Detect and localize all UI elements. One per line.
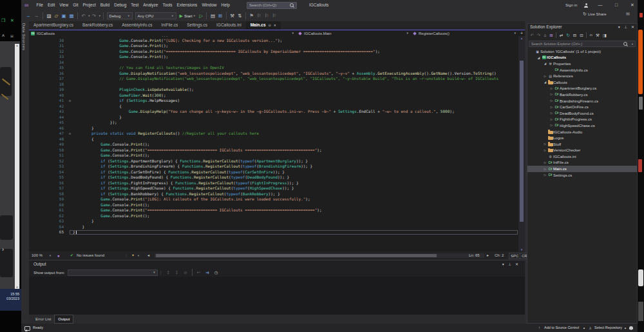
- member-dropdown[interactable]: RegisterCallouts() ▼ +: [411, 30, 525, 36]
- sign-in-button[interactable]: Sign in: [565, 0, 577, 10]
- previous-bookmark-icon[interactable]: ⚐: [256, 10, 263, 21]
- code-line[interactable]: 64 }: [29, 224, 518, 230]
- expander-icon[interactable]: ▷: [549, 87, 554, 90]
- editor-vertical-scrollbar[interactable]: ▴ ▾: [518, 36, 525, 251]
- new-project-icon[interactable]: ▨: [45, 10, 53, 21]
- code-line[interactable]: 37 // Game.DisplayNotification("web_loss…: [29, 76, 518, 82]
- tree-item-carsetonfire-cs[interactable]: ▷C#CarSetOnFire.cs: [527, 104, 637, 110]
- output-source-select[interactable]: ▼: [68, 269, 158, 276]
- line-indicator[interactable]: Ln: 65: [469, 251, 480, 260]
- type-dropdown[interactable]: IGCallouts.Main ▼: [296, 30, 411, 36]
- tree-item-logos[interactable]: Logos: [527, 135, 637, 141]
- fold-marker[interactable]: ⊟: [67, 131, 73, 137]
- menu-tools[interactable]: Tools: [160, 0, 175, 10]
- tab-igcallouts-ini[interactable]: IGCallouts.ini: [212, 21, 246, 30]
- next-message-icon[interactable]: ↧: [175, 270, 178, 275]
- expander-icon[interactable]: ▷: [543, 149, 547, 152]
- menu-project[interactable]: Project: [80, 0, 98, 10]
- code-line[interactable]: 61 Game.Console.Print("=================…: [29, 208, 518, 213]
- code-line[interactable]: 36 Game.DisplayNotification("web_lossant…: [29, 71, 518, 77]
- code-line[interactable]: 56 if (Settings.FightInProgress) { Funct…: [29, 181, 518, 186]
- tree-item-igcallouts-ini[interactable]: ⚙IGCallouts.ini: [527, 153, 637, 160]
- build-solution-icon[interactable]: ▤: [209, 10, 216, 21]
- code-line[interactable]: 33 Game.Console.Print();: [29, 54, 518, 60]
- scroll-right-icon[interactable]: ▸: [487, 251, 489, 260]
- start-without-debugging-icon[interactable]: ▷: [198, 10, 205, 21]
- expander-icon[interactable]: ▷: [549, 118, 554, 121]
- solution-platforms-select[interactable]: Any CPU▼: [135, 12, 176, 19]
- solution-configurations-select[interactable]: Debug▼: [107, 12, 133, 19]
- tree-item-deadbodyfound-cs[interactable]: ▷C#DeadBodyFound.cs: [527, 110, 637, 117]
- notifications-bell-icon[interactable]: [629, 326, 633, 329]
- tree-item-solution-igcallouts-1-of-1-project-[interactable]: ▣Solution 'IGCallouts' (1 of 1 project): [527, 48, 637, 55]
- redo-icon[interactable]: ↷: [90, 10, 97, 21]
- solution-search-input[interactable]: Search Solution Explorer (Ctrl+;) ▼: [529, 41, 636, 47]
- toggle-bookmark-icon[interactable]: ⚑: [248, 10, 256, 21]
- pin-icon[interactable]: ⊥: [508, 262, 511, 266]
- expander-icon[interactable]: ▷: [543, 173, 547, 177]
- tree-item-bankrobbery-cs[interactable]: ▷C#BankRobbery.cs: [527, 92, 637, 98]
- code-line[interactable]: 45 });: [29, 120, 518, 126]
- code-line[interactable]: 46 }: [29, 126, 518, 132]
- tree-item-stuff[interactable]: ▷Stuff: [527, 141, 637, 148]
- code-line[interactable]: 57 if (Settings.HighSpeedChase) { Functi…: [29, 186, 518, 191]
- menu-window[interactable]: Window: [200, 0, 219, 10]
- background-chevron-icon[interactable]: ›: [2, 246, 4, 253]
- background-close-icon[interactable]: ✕: [10, 18, 14, 23]
- menu-help[interactable]: Help: [219, 0, 232, 10]
- tree-item-references[interactable]: ▷▤References: [527, 73, 637, 79]
- scrollbar-thumb[interactable]: [520, 61, 524, 222]
- document-health-icon[interactable]: ●: [57, 251, 60, 260]
- code-line[interactable]: 31 Game.Console.Print();: [29, 43, 518, 49]
- code-editor[interactable]: 29 Game.Console.Print();30 Game.Console.…: [29, 36, 525, 251]
- split-window-button[interactable]: +: [518, 31, 525, 35]
- tree-item-brandishingfirearm-cs[interactable]: ▷C#BrandishingFirearm.cs: [527, 98, 637, 104]
- output-content[interactable]: [29, 277, 525, 315]
- properties-icon[interactable]: ⚒: [596, 31, 600, 39]
- close-icon[interactable]: ✕: [631, 24, 634, 29]
- open-file-icon[interactable]: ▱: [53, 10, 60, 21]
- quick-search-input[interactable]: Search (Ctrl+Q): [247, 2, 297, 9]
- sync-with-active-document-icon[interactable]: ⇄: [560, 31, 563, 39]
- pin-icon[interactable]: ⊥: [624, 24, 627, 29]
- code-line[interactable]: 51 Game.Console.Print();: [29, 153, 518, 159]
- tab-main-cs[interactable]: Main.cs⊙✕: [246, 21, 281, 30]
- window-position-icon[interactable]: ▾: [502, 262, 504, 266]
- show-all-files-icon[interactable]: ⊡: [580, 31, 583, 39]
- navigate-back-icon[interactable]: ↶: [531, 31, 534, 39]
- undo-icon[interactable]: ↶: [80, 10, 87, 21]
- spaces-indicator[interactable]: SPC: [509, 253, 520, 259]
- home-icon[interactable]: ⌂: [544, 31, 546, 39]
- close-button[interactable]: ✕: [628, 0, 637, 10]
- code-line[interactable]: 53 if (Settings.BrandishingFirearm) { Fu…: [29, 164, 518, 170]
- menu-test[interactable]: Test: [129, 0, 141, 10]
- expander-icon[interactable]: ▷: [543, 142, 547, 146]
- column-indicator[interactable]: Ch: 2: [495, 251, 504, 260]
- start-debugging-button[interactable]: ▶Start▼: [180, 14, 196, 19]
- issues-status[interactable]: No issues found: [77, 251, 104, 260]
- expander-icon[interactable]: ▷: [549, 106, 554, 109]
- send-feedback-icon[interactable]: ✉: [626, 12, 630, 17]
- tab-inifile-cs[interactable]: IniFile.cs: [157, 21, 183, 30]
- expander-icon[interactable]: ◢: [543, 81, 547, 84]
- code-line[interactable]: 43 Game.DisplayHelp("You can change all …: [29, 109, 518, 115]
- code-line[interactable]: 60 Game.Console.Print();: [29, 202, 518, 208]
- code-line[interactable]: 62 Game.Console.Print();: [29, 213, 518, 219]
- expander-icon[interactable]: ▷: [543, 75, 547, 78]
- expander-icon[interactable]: ▷: [549, 93, 554, 96]
- code-line[interactable]: 38: [29, 82, 518, 88]
- expander-icon[interactable]: ◢: [543, 62, 547, 65]
- tree-item-versionchecker[interactable]: ▷VersionChecker: [527, 148, 637, 154]
- scroll-up-icon[interactable]: ▴: [518, 36, 525, 40]
- code-line[interactable]: 52 if (Settings.ApartmentBurglary) { Fun…: [29, 159, 518, 164]
- tree-item-main-cs[interactable]: ▷C#Main.cs: [527, 166, 637, 172]
- tree-item-fightinprogress-cs[interactable]: ▷C#FightInProgress.cs: [527, 117, 637, 123]
- background-restore-icon[interactable]: ❐: [1, 18, 5, 23]
- code-line[interactable]: 63 }: [29, 219, 518, 224]
- code-line[interactable]: 30 Game.Console.Print("[LOG]: Checking f…: [29, 38, 518, 44]
- code-cleanup-icon[interactable]: ✦: [131, 251, 135, 260]
- word-wrap-icon[interactable]: ↩: [197, 270, 200, 275]
- code-line[interactable]: 55 if (Settings.DeadBodyFound) { Functio…: [29, 175, 518, 181]
- code-line[interactable]: 50 Game.Console.Print("=================…: [29, 148, 518, 153]
- minimize-button[interactable]: —: [596, 0, 605, 10]
